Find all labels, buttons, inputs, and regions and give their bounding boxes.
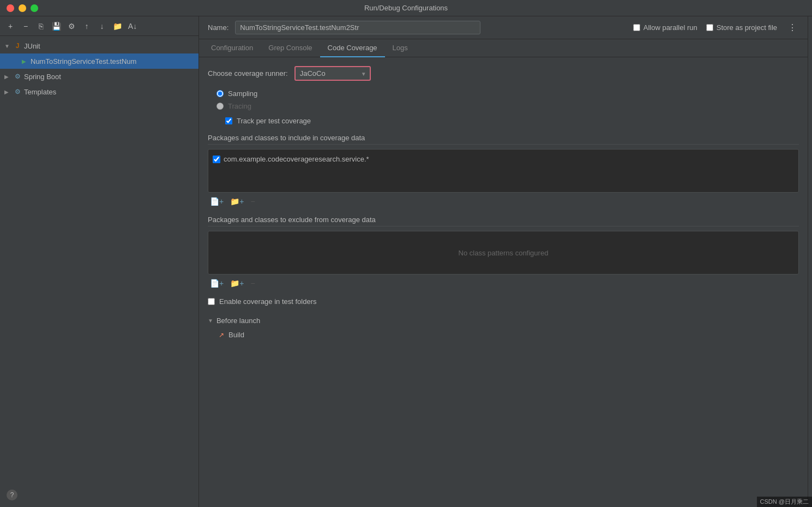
sidebar: + − ⎘ 💾 ⚙ ↑ ↓ 📁 A↓ <box>0 16 199 507</box>
plus-icon: + <box>8 22 13 31</box>
tab-grep-console[interactable]: Grep Console <box>261 39 320 57</box>
sidebar-item-test[interactable]: ▶ NumToStringServiceTest.testNum <box>0 53 199 69</box>
tab-code-coverage[interactable]: Code Coverage <box>320 39 385 57</box>
help-button[interactable]: ? <box>7 490 17 500</box>
include-pattern-text: com.example.codecoverageresearch.service… <box>224 155 369 163</box>
folder-icon: 📁 <box>113 22 122 31</box>
save-config-button[interactable]: 💾 <box>50 20 62 32</box>
build-label: Build <box>228 331 244 339</box>
include-add-pattern-button[interactable]: 📁+ <box>228 196 246 207</box>
include-pattern-item: com.example.codecoverageresearch.service… <box>213 154 794 164</box>
more-options-button[interactable]: ⋮ <box>786 22 799 33</box>
move-up-button[interactable]: ↑ <box>81 20 93 32</box>
enable-coverage-row: Enable coverage in test folders <box>208 297 799 306</box>
gear-icon: ⚙ <box>68 22 75 31</box>
before-launch-section: ▼ Before launch ↗ Build <box>208 317 799 341</box>
add-config-button[interactable]: + <box>4 20 16 32</box>
move-down-button[interactable]: ↓ <box>96 20 108 32</box>
add-pattern-icon: 📁+ <box>230 197 244 206</box>
header-options: Allow parallel run Store as project file… <box>633 22 799 33</box>
watermark: CSDN @日月乘二 <box>757 497 812 507</box>
templates-icon: ⚙ <box>13 87 22 96</box>
sort-button[interactable]: A↓ <box>127 20 139 32</box>
before-launch-title: Before launch <box>216 317 260 325</box>
name-input[interactable] <box>235 21 480 34</box>
copy-config-button[interactable]: ⎘ <box>35 20 47 32</box>
sort-icon: A↓ <box>128 22 137 31</box>
test-icon: ▶ <box>20 57 28 65</box>
down-arrow-icon: ↓ <box>100 22 104 31</box>
track-per-test-row: Track per test coverage <box>208 117 799 125</box>
sidebar-item-label: Spring Boot <box>24 73 61 81</box>
minimize-button[interactable] <box>19 4 26 12</box>
runner-row: Choose coverage runner: JaCoCo IntelliJ … <box>208 66 799 81</box>
remove-icon: − <box>250 197 255 206</box>
minus-icon: − <box>23 22 28 31</box>
spring-boot-icon: ⚙ <box>13 72 22 81</box>
track-per-test-label[interactable]: Track per test coverage <box>237 117 311 125</box>
exclude-pattern-box: No class patterns configured <box>208 231 799 275</box>
sidebar-toolbar: + − ⎘ 💾 ⚙ ↑ ↓ 📁 A↓ <box>0 16 199 36</box>
exclude-add-pattern-button[interactable]: 📁+ <box>228 278 246 289</box>
include-section-label: Packages and classes to include in cover… <box>208 134 799 145</box>
store-project-checkbox[interactable] <box>706 24 713 31</box>
allow-parallel-checkbox[interactable] <box>633 24 640 31</box>
expand-arrow-icon: ▶ <box>4 74 11 80</box>
expand-arrow-icon: ▼ <box>4 43 11 49</box>
exclude-add-class-button[interactable]: 📄+ <box>208 278 226 289</box>
runner-select[interactable]: JaCoCo IntelliJ IDEA <box>294 66 371 81</box>
enable-coverage-checkbox[interactable] <box>208 298 215 305</box>
include-add-class-button[interactable]: 📄+ <box>208 196 226 207</box>
track-per-test-checkbox[interactable] <box>225 117 232 124</box>
enable-coverage-label[interactable]: Enable coverage in test folders <box>219 297 317 306</box>
remove-config-button[interactable]: − <box>20 20 32 32</box>
sampling-radio-label[interactable]: Sampling <box>216 90 799 98</box>
maximize-button[interactable] <box>31 4 38 12</box>
close-button[interactable] <box>7 4 14 12</box>
sidebar-item-templates[interactable]: ▶ ⚙ Templates <box>0 84 199 99</box>
exclude-box-toolbar: 📄+ 📁+ − <box>208 278 799 289</box>
settings-button[interactable]: ⚙ <box>65 20 77 32</box>
include-remove-button[interactable]: − <box>248 196 257 207</box>
sidebar-item-junit[interactable]: ▼ J JUnit <box>0 38 199 53</box>
window-controls <box>7 4 38 12</box>
tracing-radio[interactable] <box>216 103 224 110</box>
vertical-scrollbar[interactable] <box>808 16 812 507</box>
store-project-label[interactable]: Store as project file <box>706 23 777 32</box>
exclude-remove-button[interactable]: − <box>248 278 257 289</box>
sidebar-item-label: NumToStringServiceTest.testNum <box>31 57 136 65</box>
sidebar-item-label: Templates <box>24 88 56 96</box>
empty-pattern-label: No class patterns configured <box>459 249 549 257</box>
title-bar: Run/Debug Configurations <box>0 0 812 16</box>
coverage-mode-group: Sampling Tracing <box>208 90 799 110</box>
add-class-icon: 📄+ <box>210 197 224 206</box>
collapse-arrow-icon: ▼ <box>208 318 213 324</box>
before-launch-header[interactable]: ▼ Before launch <box>208 317 799 325</box>
include-box-toolbar: 📄+ 📁+ − <box>208 196 799 207</box>
add-pattern-icon: 📁+ <box>230 279 244 288</box>
tabs-row: Configuration Grep Console Code Coverage… <box>199 39 808 57</box>
sidebar-item-label: JUnit <box>24 42 40 50</box>
sampling-label: Sampling <box>228 90 257 98</box>
expand-arrow-icon: ▶ <box>4 89 11 95</box>
sampling-radio[interactable] <box>216 90 224 97</box>
include-pattern-checkbox[interactable] <box>213 156 220 163</box>
tracing-radio-label[interactable]: Tracing <box>216 102 799 110</box>
exclude-section-label: Packages and classes to exclude from cov… <box>208 216 799 226</box>
sidebar-item-spring-boot[interactable]: ▶ ⚙ Spring Boot <box>0 69 199 84</box>
tab-configuration[interactable]: Configuration <box>203 39 261 57</box>
tracing-label: Tracing <box>228 102 251 110</box>
name-row: Name: Allow parallel run Store as projec… <box>199 16 808 39</box>
runner-label: Choose coverage runner: <box>208 69 288 77</box>
before-launch-items: ↗ Build <box>208 329 799 341</box>
config-panel: Name: Allow parallel run Store as projec… <box>199 16 808 507</box>
tab-logs[interactable]: Logs <box>385 39 416 57</box>
copy-icon: ⎘ <box>39 22 43 31</box>
add-class-icon: 📄+ <box>210 279 224 288</box>
allow-parallel-label[interactable]: Allow parallel run <box>633 23 697 32</box>
build-launch-item: ↗ Build <box>219 329 799 341</box>
up-arrow-icon: ↑ <box>85 22 89 31</box>
new-folder-button[interactable]: 📁 <box>111 20 123 32</box>
coverage-content: Choose coverage runner: JaCoCo IntelliJ … <box>199 57 808 507</box>
name-label: Name: <box>208 23 228 32</box>
